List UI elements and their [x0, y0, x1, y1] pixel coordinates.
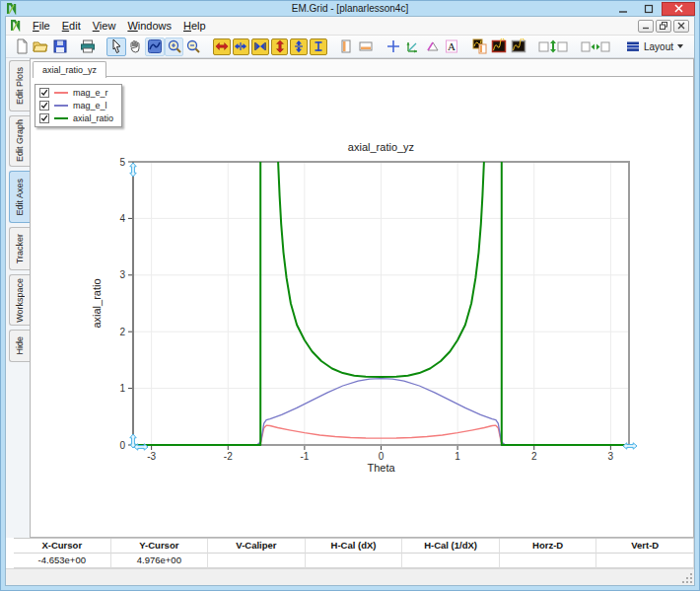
sidebar-item-edit-axes[interactable]: Edit Axes: [9, 171, 30, 223]
caliper-button[interactable]: [423, 37, 443, 56]
curve-window-icon: [511, 38, 526, 54]
status-header-row: X-Cursor Y-Cursor V-Caliper H-Cal (dX) H…: [14, 539, 694, 554]
fit-y-button[interactable]: [310, 38, 327, 55]
fit-x-button[interactable]: [251, 38, 269, 55]
check-icon: [40, 114, 48, 122]
menu-view[interactable]: View: [87, 19, 122, 33]
vert-d-value: [596, 554, 694, 568]
curve-window-active-icon: [491, 38, 507, 54]
page-portrait-button[interactable]: [337, 37, 357, 56]
new-file-button[interactable]: [12, 37, 32, 56]
legend-swatch: [54, 92, 68, 94]
open-folder-icon: [33, 38, 48, 54]
x-tick-label: -3: [147, 451, 156, 462]
close-icon: [674, 4, 683, 13]
compress-y-button[interactable]: [290, 38, 308, 55]
minimize-button[interactable]: [610, 2, 636, 16]
curve-window-button[interactable]: [509, 37, 528, 56]
document-logo-icon: [11, 20, 23, 32]
chart-canvas[interactable]: -3-2-10123012345axial_ratio_yzThetaaxial…: [31, 77, 694, 538]
expand-y-button[interactable]: [271, 38, 289, 55]
tracker-axes-button[interactable]: [403, 37, 423, 56]
series-axial_ratio: [133, 162, 260, 445]
mdi-restore-icon: [660, 22, 667, 30]
sidebar-item-workspace[interactable]: Workspace: [9, 274, 30, 326]
status-header: V-Caliper: [208, 539, 306, 554]
app-frame: File Edit View Windows Help: [5, 16, 695, 586]
mdi-close-icon: [677, 22, 685, 30]
menu-file[interactable]: File: [27, 19, 56, 33]
menu-help[interactable]: Help: [177, 19, 212, 33]
legend-item: axial_ratio: [39, 113, 113, 123]
compress-x-button[interactable]: [233, 38, 250, 55]
menu-edit[interactable]: Edit: [56, 19, 87, 33]
close-button[interactable]: [662, 2, 695, 16]
status-value-row: -4.653e+00 4.976e+00: [14, 554, 694, 568]
check-icon: [40, 102, 48, 110]
legend-checkbox[interactable]: [39, 101, 49, 111]
layout-label: Layout: [644, 41, 673, 52]
content-area: axial_ratio_yz mag_e_r mag_e_l: [30, 58, 694, 538]
save-file-button[interactable]: [50, 37, 70, 56]
layout-dropdown-button[interactable]: Layout: [621, 38, 688, 54]
pan-hand-button[interactable]: [126, 37, 146, 56]
app-window: EM.Grid - [planarlesson4c] File Edit Vie…: [0, 0, 700, 591]
sidebar-item-hide[interactable]: Hide: [9, 330, 30, 362]
x-tick-label: 2: [531, 451, 537, 462]
tab-axial-ratio-yz[interactable]: axial_ratio_yz: [33, 61, 106, 78]
x-tick-label: 3: [608, 451, 614, 462]
maximize-button[interactable]: [636, 2, 662, 16]
y-axis-label: axial_ratio: [91, 278, 103, 328]
select-arrow-button[interactable]: [106, 37, 126, 56]
open-file-button[interactable]: [32, 37, 51, 56]
legend-swatch: [54, 105, 68, 107]
resize-grip[interactable]: [681, 572, 693, 584]
menu-windows[interactable]: Windows: [121, 19, 177, 33]
chart-title: axial_ratio_yz: [348, 141, 414, 153]
mdi-minimize-button[interactable]: [638, 20, 654, 33]
legend-checkbox[interactable]: [39, 88, 49, 98]
vertical-spacing-button[interactable]: [536, 37, 570, 56]
y-tick-label: 2: [119, 327, 125, 337]
fit-y-icon: [312, 39, 325, 53]
x-axis-label: Theta: [367, 462, 395, 474]
status-header: H-Cal (1/dX): [402, 539, 500, 554]
x-tick-label: 0: [379, 451, 385, 462]
hand-icon: [127, 38, 143, 54]
menu-bar: File Edit View Windows Help: [6, 17, 694, 36]
plot-page-overlay-button[interactable]: [470, 37, 490, 56]
mdi-minimize-icon: [642, 22, 650, 30]
print-button[interactable]: [79, 37, 99, 56]
crosshair-cursor-button[interactable]: [385, 37, 404, 56]
axis-handle-y-top[interactable]: [130, 163, 136, 177]
zoom-in-button[interactable]: [165, 37, 184, 56]
horz-d-value: [500, 554, 597, 568]
maximize-icon: [644, 4, 654, 14]
zoom-data-button[interactable]: [145, 37, 165, 56]
sidebar-item-tracker[interactable]: Tracker: [9, 227, 30, 270]
legend-checkbox[interactable]: [39, 113, 49, 123]
h-cal-1dx-value: [402, 554, 500, 568]
zoom-out-button[interactable]: [183, 37, 203, 56]
expand-x-button[interactable]: [213, 38, 231, 55]
status-header: Y-Cursor: [111, 539, 209, 554]
y-tick-label: 5: [119, 157, 125, 168]
mdi-close-button[interactable]: [673, 20, 689, 33]
series-axial_ratio: [502, 162, 629, 445]
save-floppy-icon: [52, 38, 68, 54]
tab-strip: axial_ratio_yz: [31, 59, 693, 77]
page-landscape-button[interactable]: [356, 37, 376, 56]
plot-panel: mag_e_r mag_e_l axial_ratio: [31, 77, 693, 537]
horizontal-spacing-button[interactable]: [579, 37, 612, 56]
sidebar-item-edit-plots[interactable]: Edit Plots: [9, 60, 30, 111]
status-header: H-Cal (dX): [306, 539, 403, 554]
page-portrait-icon: [338, 38, 354, 54]
curve-window-active-button[interactable]: [489, 37, 509, 56]
legend-item: mag_e_r: [39, 88, 113, 98]
y-tick-label: 0: [119, 440, 125, 451]
new-file-icon: [14, 38, 30, 54]
sidebar-item-edit-graph[interactable]: Edit Graph: [9, 115, 30, 167]
window-title: EM.Grid - [planarlesson4c]: [5, 3, 695, 14]
mdi-restore-button[interactable]: [656, 20, 671, 33]
text-annotation-button[interactable]: A: [442, 37, 461, 56]
